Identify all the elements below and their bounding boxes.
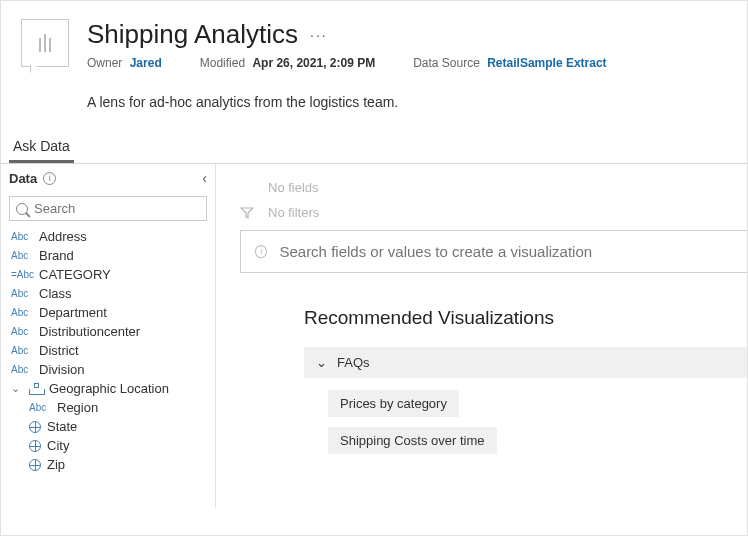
datasource-link[interactable]: RetailSample Extract (487, 56, 606, 70)
viz-search[interactable]: i (240, 230, 747, 273)
more-actions-button[interactable]: ··· (310, 27, 328, 43)
field-label: Brand (39, 248, 74, 263)
viz-search-input[interactable] (279, 243, 733, 260)
field-item[interactable]: State (5, 417, 211, 436)
field-label: District (39, 343, 79, 358)
field-item[interactable]: =AbcCATEGORY (5, 265, 211, 284)
faq-label: FAQs (337, 355, 370, 370)
field-item[interactable]: AbcDistrict (5, 341, 211, 360)
field-item[interactable]: AbcBrand (5, 246, 211, 265)
tab-ask-data[interactable]: Ask Data (9, 132, 74, 163)
filter-icon (240, 207, 254, 219)
lens-icon (21, 19, 69, 67)
field-hierarchy[interactable]: ⌄ Geographic Location (5, 379, 211, 398)
field-item[interactable]: Zip (5, 455, 211, 474)
sidebar-search-input[interactable] (34, 201, 200, 216)
page-header: Shipping Analytics ··· Owner Jared Modif… (1, 1, 747, 80)
datasource-label: Data Source (413, 56, 480, 70)
field-label: Region (57, 400, 98, 415)
page-title: Shipping Analytics (87, 19, 298, 50)
modified-value: Apr 26, 2021, 2:09 PM (252, 56, 375, 70)
field-label: Zip (47, 457, 65, 472)
field-label: Distributioncenter (39, 324, 140, 339)
main-panel: No fields No filters i Recommended Visua… (216, 164, 747, 508)
info-icon[interactable]: i (43, 172, 56, 185)
field-label: Address (39, 229, 87, 244)
faq-item[interactable]: Shipping Costs over time (328, 427, 497, 454)
field-item[interactable]: AbcDepartment (5, 303, 211, 322)
no-fields-label: No fields (268, 180, 319, 195)
field-label: City (47, 438, 69, 453)
hierarchy-icon (29, 383, 43, 395)
field-item[interactable]: AbcAddress (5, 227, 211, 246)
field-label: Division (39, 362, 85, 377)
lens-description: A lens for ad-hoc analytics from the log… (87, 94, 747, 110)
collapse-sidebar-button[interactable]: ‹ (202, 170, 207, 186)
chevron-down-icon: ⌄ (316, 355, 327, 370)
field-label: CATEGORY (39, 267, 111, 282)
modified-label: Modified (200, 56, 245, 70)
field-list: AbcAddress AbcBrand =AbcCATEGORY AbcClas… (1, 227, 215, 508)
owner-link[interactable]: Jared (130, 56, 162, 70)
recommended-heading: Recommended Visualizations (304, 307, 747, 329)
chevron-down-icon[interactable]: ⌄ (11, 382, 23, 395)
field-label: Department (39, 305, 107, 320)
faq-item[interactable]: Prices by category (328, 390, 459, 417)
field-item[interactable]: AbcDivision (5, 360, 211, 379)
globe-icon (29, 459, 41, 471)
field-item[interactable]: AbcClass (5, 284, 211, 303)
field-label: Geographic Location (49, 381, 169, 396)
meta-row: Owner Jared Modified Apr 26, 2021, 2:09 … (87, 56, 727, 70)
globe-icon (29, 421, 41, 433)
faq-accordion[interactable]: ⌄ FAQs (304, 347, 747, 378)
owner-label: Owner (87, 56, 122, 70)
sidebar-search[interactable] (9, 196, 207, 221)
globe-icon (29, 440, 41, 452)
field-label: State (47, 419, 77, 434)
sidebar-title: Data (9, 171, 37, 186)
field-label: Class (39, 286, 72, 301)
search-icon (16, 203, 28, 215)
data-sidebar: Data i ‹ AbcAddress AbcBrand =AbcCATEGOR… (1, 164, 216, 508)
field-item[interactable]: AbcDistributioncenter (5, 322, 211, 341)
field-item[interactable]: City (5, 436, 211, 455)
tab-bar: Ask Data (1, 132, 747, 164)
field-item[interactable]: AbcRegion (5, 398, 211, 417)
no-filters-label: No filters (268, 205, 319, 220)
recommended-section: Recommended Visualizations ⌄ FAQs Prices… (304, 307, 747, 454)
info-icon[interactable]: i (255, 245, 267, 258)
